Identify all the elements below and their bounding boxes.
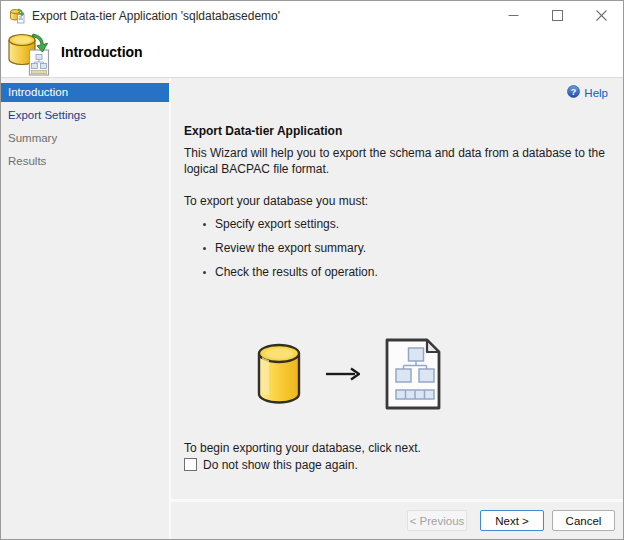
list-intro-text: To export your database you must: [184,194,623,208]
cancel-button[interactable]: Cancel [552,510,615,531]
maximize-button[interactable] [535,1,579,31]
close-button[interactable] [579,1,623,31]
minimize-button[interactable] [491,1,535,31]
export-illustration [256,337,442,415]
sidebar-item-introduction[interactable]: Introduction [1,83,169,102]
bacpac-document-icon [384,337,442,415]
help-link[interactable]: ? Help [567,85,608,100]
right-arrow-icon [326,367,360,385]
sidebar-item-export-settings[interactable]: Export Settings [1,106,169,125]
do-not-show-row: Do not show this page again. [184,458,623,472]
close-icon [596,9,607,24]
bullet-item: Review the export summary. [215,241,623,255]
export-dac-wizard-window: Export Data-tier Application 'sqldatabas… [0,0,624,540]
title-bar: Export Data-tier Application 'sqldatabas… [1,1,623,31]
window-controls [491,1,623,31]
footer-note: To begin exporting your database, click … [184,441,623,455]
wizard-steps-sidebar: Introduction Export Settings Summary Res… [1,78,169,539]
database-cylinder-icon [256,343,302,409]
page-title: Introduction [61,44,143,60]
previous-button[interactable]: < Previous [407,510,467,531]
help-icon: ? [567,85,580,100]
wizard-button-bar: < Previous Next > Cancel [171,502,623,539]
export-dac-large-icon [6,32,52,82]
sidebar-item-summary[interactable]: Summary [1,129,169,148]
do-not-show-label[interactable]: Do not show this page again. [203,458,358,472]
bullet-item: Check the results of operation. [215,265,623,279]
introduction-page-content: ? Help Export Data-tier Application This… [171,78,623,499]
intro-paragraph: This Wizard will help you to export the … [184,146,609,178]
sidebar-item-results[interactable]: Results [1,152,169,171]
next-button[interactable]: Next > [480,510,544,531]
export-dac-icon [9,8,25,24]
do-not-show-checkbox[interactable] [184,458,197,471]
help-label: Help [584,87,608,99]
content-heading: Export Data-tier Application [184,124,623,138]
bullet-item: Specify export settings. [215,217,623,231]
maximize-icon [552,9,563,24]
wizard-header: Introduction [1,31,623,78]
minimize-icon [508,9,519,24]
window-title: Export Data-tier Application 'sqldatabas… [32,9,491,23]
svg-text:?: ? [571,87,577,97]
steps-bullet-list: Specify export settings. Review the expo… [184,217,623,279]
